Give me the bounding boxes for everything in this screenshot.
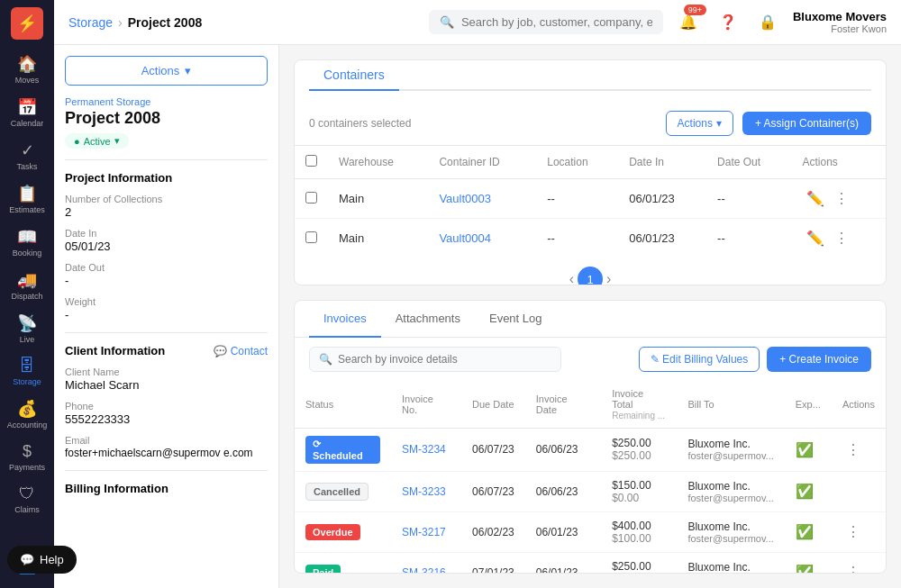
bill-to-name: Bluxome Inc. (687, 520, 773, 533)
global-search[interactable]: 🔍 (429, 10, 663, 34)
sidebar-item-live[interactable]: 📡 Live (2, 308, 52, 349)
bill-to-name: Bluxome Inc. (687, 480, 773, 493)
phone-value: 5552223333 (65, 412, 268, 426)
invoice-number-cell[interactable]: SM-3217 (391, 511, 461, 552)
invoices-card: Invoices Attachments Event Log 🔍 ✎ Edit … (294, 300, 887, 574)
tab-event-log[interactable]: Event Log (475, 301, 557, 338)
search-icon: 🔍 (440, 15, 454, 29)
row-checkbox-1[interactable] (305, 231, 317, 243)
client-header: Client Information 💬 Contact (65, 344, 268, 357)
date-in-field: Date In 05/01/23 (65, 228, 268, 253)
invoice-number-cell[interactable]: SM-3216 (391, 552, 461, 574)
row-checkbox-0[interactable] (305, 192, 317, 204)
invoice-search-input[interactable] (338, 353, 551, 366)
sidebar-item-dispatch[interactable]: 🚚 Dispatch (2, 265, 52, 306)
sidebar-item-moves[interactable]: 🏠 Moves (2, 49, 52, 90)
invoice-row: Cancelled SM-3233 06/07/23 06/06/23 $150… (295, 471, 886, 511)
notifications-button[interactable]: 🔔 99+ (674, 8, 703, 37)
create-invoice-button[interactable]: + Create Invoice (767, 347, 871, 372)
actions-button[interactable]: Actions ▾ (65, 56, 268, 86)
edit-billing-button[interactable]: ✎ Edit Billing Values (639, 347, 760, 372)
invoice-link: SM-3217 (402, 526, 446, 538)
billing-info-section: Billing Information (65, 482, 268, 495)
inv-col-status: Status (295, 381, 391, 429)
tasks-icon: ✓ (21, 140, 34, 160)
status-dot: ● (74, 136, 80, 147)
sidebar-item-accounting[interactable]: 💰 Accounting (2, 394, 52, 435)
container-link: Vault0003 (439, 192, 491, 205)
invoice-more-button[interactable]: ⋮ (842, 439, 864, 460)
inv-col-exp: Exp... (785, 381, 832, 429)
more-actions-button[interactable]: ⋮ (831, 228, 852, 249)
storage-icon: 🗄 (19, 357, 35, 375)
collections-value: 2 (65, 205, 268, 219)
container-id-cell[interactable]: Vault0003 (428, 179, 536, 219)
tab-invoices[interactable]: Invoices (309, 301, 381, 338)
sidebar-item-claims[interactable]: 🛡 Claims (2, 479, 52, 520)
invoice-date-cell: 06/01/23 (525, 552, 601, 574)
exp-check-icon: ✅ (796, 484, 814, 499)
edit-container-button[interactable]: ✏️ (803, 188, 828, 209)
next-page-button[interactable]: › (606, 271, 611, 285)
left-panel: Actions ▾ Permanent Storage Project 2008… (54, 45, 279, 588)
date-in-cell: 06/01/23 (618, 179, 706, 219)
calendar-icon: 📅 (17, 97, 37, 117)
date-out-cell: -- (706, 179, 791, 219)
page-1-button[interactable]: 1 (578, 267, 603, 285)
user-name: Bluxome Movers (793, 10, 887, 23)
tab-containers[interactable]: Containers (309, 60, 399, 91)
invoice-number-cell[interactable]: SM-3234 (391, 428, 461, 471)
assign-containers-button[interactable]: + Assign Container(s) (742, 112, 871, 135)
invoice-more-button[interactable]: ⋮ (842, 521, 864, 542)
topnav: Storage › Project 2008 🔍 🔔 99+ ❓ 🔒 Bluxo… (54, 0, 901, 45)
search-input[interactable] (461, 15, 652, 29)
breadcrumb-parent[interactable]: Storage (68, 15, 113, 30)
help-button-bottom[interactable]: 💬 Help (7, 546, 77, 574)
bill-to-email: foster@supermov... (687, 493, 773, 503)
invoice-more-button[interactable]: ⋮ (842, 562, 864, 574)
containers-card: Containers 0 containers selected Actions… (294, 59, 887, 285)
project-type: Permanent Storage (65, 96, 268, 107)
sidebar-label-booking: Booking (13, 249, 42, 258)
amount-remaining: $250.00 (612, 449, 666, 462)
sidebar-item-booking[interactable]: 📖 Booking (2, 222, 52, 263)
status-badge: Paid (305, 565, 341, 574)
sidebar-item-estimates[interactable]: 📋 Estimates (2, 178, 52, 220)
bill-to-email: foster@supermov... (687, 533, 773, 544)
sidebar-item-calendar[interactable]: 📅 Calendar (2, 92, 52, 133)
project-name: Project 2008 (65, 109, 268, 128)
invoice-date-cell: 06/06/23 (525, 428, 601, 471)
claims-icon: 🛡 (19, 484, 35, 503)
live-icon: 📡 (17, 313, 37, 333)
dispatch-icon: 🚚 (17, 270, 37, 290)
contact-button[interactable]: 💬 Contact (214, 345, 268, 357)
more-actions-button[interactable]: ⋮ (831, 188, 852, 209)
app-logo[interactable]: ⚡ (11, 7, 43, 40)
containers-actions-button[interactable]: Actions ▾ (666, 111, 733, 136)
notification-badge: 99+ (684, 5, 706, 15)
invoice-actions-cell (832, 471, 886, 511)
table-row: Main Vault0003 -- 06/01/23 -- ✏️ ⋮ (295, 179, 886, 219)
lock-button[interactable]: 🔒 (753, 8, 782, 37)
select-all-checkbox[interactable] (305, 155, 317, 167)
sidebar-item-tasks[interactable]: ✓ Tasks (2, 135, 52, 176)
help-button[interactable]: ❓ (714, 8, 742, 37)
client-name-value: Michael Scarn (65, 378, 268, 392)
status-badge[interactable]: ● Active ▾ (65, 133, 129, 149)
containers-toolbar: 0 containers selected Actions ▾ + Assign… (295, 102, 886, 146)
sidebar-item-storage[interactable]: 🗄 Storage (2, 351, 52, 392)
prev-page-button[interactable]: ‹ (569, 271, 574, 285)
edit-container-button[interactable]: ✏️ (803, 228, 828, 249)
location-cell: -- (536, 179, 618, 219)
container-id-cell[interactable]: Vault0004 (428, 219, 536, 258)
exp-cell: ✅ (785, 511, 832, 552)
sidebar-label-accounting: Accounting (7, 421, 48, 430)
sidebar-label-storage: Storage (13, 377, 41, 386)
tab-attachments[interactable]: Attachments (381, 301, 475, 338)
col-date-out: Date Out (706, 146, 791, 179)
invoice-number-cell[interactable]: SM-3233 (391, 471, 461, 511)
invoice-search[interactable]: 🔍 (309, 347, 561, 372)
sidebar-item-payments[interactable]: $ Payments (2, 437, 52, 477)
moves-icon: 🏠 (17, 54, 37, 74)
invoice-status-cell: ⟳ Scheduled (295, 428, 391, 471)
